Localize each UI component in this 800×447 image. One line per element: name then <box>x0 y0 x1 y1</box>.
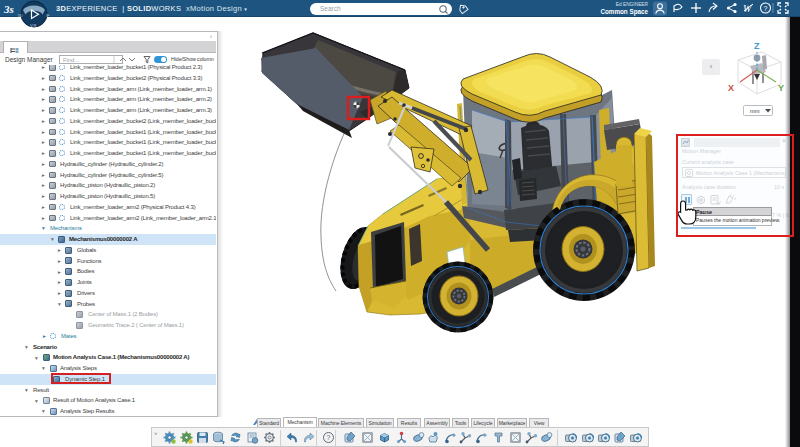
svg-text:Y: Y <box>778 83 784 93</box>
svg-text:X: X <box>728 83 734 93</box>
svg-text:3s: 3s <box>3 3 14 15</box>
svg-text:IF: IF <box>46 13 50 18</box>
svg-text:V.R: V.R <box>30 23 36 28</box>
svg-text:?: ? <box>326 433 330 442</box>
svg-text:3D: 3D <box>18 13 23 18</box>
svg-text:?: ? <box>763 5 767 12</box>
svg-text:Z: Z <box>754 41 760 51</box>
